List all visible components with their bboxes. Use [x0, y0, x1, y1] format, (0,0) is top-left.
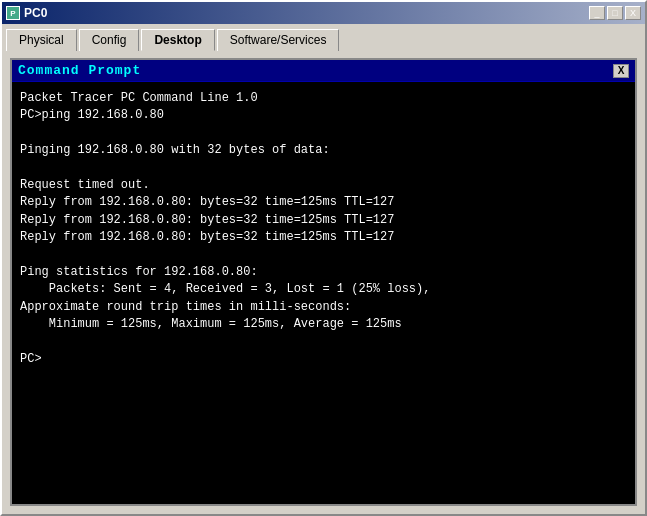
cmd-title-text: Command Prompt: [18, 63, 141, 78]
main-window: P PC0 _ □ X Physical Config Desktop Soft…: [0, 0, 647, 516]
window-icon: P: [6, 6, 20, 20]
command-prompt-window: Command Prompt X Packet Tracer PC Comman…: [10, 58, 637, 506]
window-title: PC0: [24, 6, 47, 20]
cmd-close-button[interactable]: X: [613, 64, 629, 78]
cmd-body[interactable]: Packet Tracer PC Command Line 1.0 PC>pin…: [12, 82, 635, 504]
title-bar-buttons: _ □ X: [589, 6, 641, 20]
cmd-output: Packet Tracer PC Command Line 1.0 PC>pin…: [20, 90, 627, 368]
title-bar-text: P PC0: [6, 6, 47, 20]
title-bar: P PC0 _ □ X: [2, 2, 645, 24]
tab-desktop[interactable]: Desktop: [141, 29, 214, 51]
maximize-button[interactable]: □: [607, 6, 623, 20]
cmd-title-bar: Command Prompt X: [12, 60, 635, 82]
content-area: Command Prompt X Packet Tracer PC Comman…: [2, 50, 645, 514]
tab-physical[interactable]: Physical: [6, 29, 77, 51]
tab-bar: Physical Config Desktop Software/Service…: [2, 24, 645, 50]
tab-software[interactable]: Software/Services: [217, 29, 340, 51]
tab-config[interactable]: Config: [79, 29, 140, 51]
minimize-button[interactable]: _: [589, 6, 605, 20]
close-button[interactable]: X: [625, 6, 641, 20]
